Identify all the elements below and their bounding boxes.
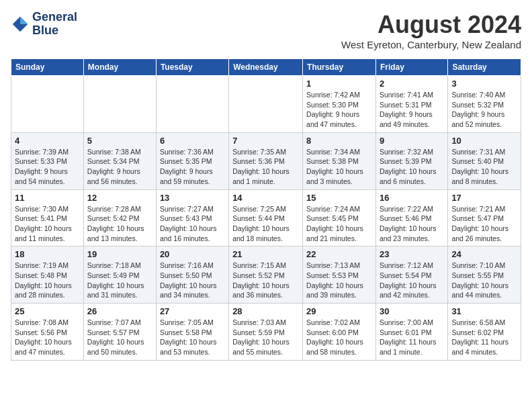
day-number: 10: [451, 136, 517, 146]
calendar-cell: 24Sunrise: 7:10 AM Sunset: 5:55 PM Dayli…: [448, 246, 521, 304]
day-info: Sunrise: 7:28 AM Sunset: 5:42 PM Dayligh…: [87, 204, 152, 244]
day-info: Sunrise: 6:58 AM Sunset: 6:02 PM Dayligh…: [451, 318, 517, 357]
day-info: Sunrise: 7:15 AM Sunset: 5:52 PM Dayligh…: [232, 261, 299, 300]
calendar-cell: 29Sunrise: 7:02 AM Sunset: 6:00 PM Dayli…: [303, 304, 376, 361]
day-number: 16: [380, 193, 444, 203]
day-info: Sunrise: 7:12 AM Sunset: 5:54 PM Dayligh…: [380, 261, 444, 300]
day-of-week-header: Sunday: [11, 59, 84, 76]
calendar-cell: 31Sunrise: 6:58 AM Sunset: 6:02 PM Dayli…: [448, 304, 521, 361]
calendar-cell: 4Sunrise: 7:39 AM Sunset: 5:33 PM Daylig…: [11, 132, 84, 189]
calendar-cell: 15Sunrise: 7:24 AM Sunset: 5:45 PM Dayli…: [303, 189, 376, 246]
day-number: 12: [87, 193, 152, 203]
day-info: Sunrise: 7:30 AM Sunset: 5:41 PM Dayligh…: [15, 204, 80, 244]
day-info: Sunrise: 7:35 AM Sunset: 5:36 PM Dayligh…: [232, 147, 299, 187]
day-info: Sunrise: 7:24 AM Sunset: 5:45 PM Dayligh…: [306, 204, 372, 244]
day-number: 30: [380, 306, 444, 316]
day-info: Sunrise: 7:02 AM Sunset: 6:00 PM Dayligh…: [306, 318, 372, 357]
calendar-cell: 8Sunrise: 7:34 AM Sunset: 5:38 PM Daylig…: [303, 132, 376, 189]
day-number: 19: [87, 249, 152, 259]
calendar-cell: 1Sunrise: 7:42 AM Sunset: 5:30 PM Daylig…: [303, 76, 376, 133]
calendar-cell: [156, 76, 228, 133]
day-info: Sunrise: 7:10 AM Sunset: 5:55 PM Dayligh…: [451, 261, 517, 300]
day-info: Sunrise: 7:40 AM Sunset: 5:32 PM Dayligh…: [451, 90, 517, 130]
calendar-cell: 9Sunrise: 7:32 AM Sunset: 5:39 PM Daylig…: [375, 132, 447, 189]
calendar-header-row: SundayMondayTuesdayWednesdayThursdayFrid…: [11, 59, 521, 76]
svg-marker-1: [20, 17, 28, 24]
day-number: 21: [232, 249, 299, 259]
calendar-week-row: 25Sunrise: 7:08 AM Sunset: 5:56 PM Dayli…: [11, 304, 521, 361]
calendar-cell: 30Sunrise: 7:00 AM Sunset: 6:01 PM Dayli…: [375, 304, 447, 361]
calendar-cell: 11Sunrise: 7:30 AM Sunset: 5:41 PM Dayli…: [11, 189, 84, 246]
day-number: 13: [160, 193, 225, 203]
day-of-week-header: Wednesday: [229, 59, 303, 76]
day-info: Sunrise: 7:36 AM Sunset: 5:35 PM Dayligh…: [160, 147, 225, 187]
page-header: General Blue August 2024 West Eyreton, C…: [11, 11, 521, 50]
day-number: 25: [15, 306, 80, 316]
calendar-cell: 26Sunrise: 7:07 AM Sunset: 5:57 PM Dayli…: [83, 304, 156, 361]
day-number: 24: [451, 249, 517, 259]
calendar-cell: 13Sunrise: 7:27 AM Sunset: 5:43 PM Dayli…: [156, 189, 228, 246]
day-info: Sunrise: 7:18 AM Sunset: 5:49 PM Dayligh…: [87, 261, 152, 300]
day-of-week-header: Saturday: [448, 59, 521, 76]
day-info: Sunrise: 7:07 AM Sunset: 5:57 PM Dayligh…: [87, 318, 152, 357]
day-info: Sunrise: 7:25 AM Sunset: 5:44 PM Dayligh…: [232, 204, 299, 244]
calendar-cell: 14Sunrise: 7:25 AM Sunset: 5:44 PM Dayli…: [229, 189, 303, 246]
calendar-cell: 2Sunrise: 7:41 AM Sunset: 5:31 PM Daylig…: [375, 76, 447, 133]
calendar-cell: 18Sunrise: 7:19 AM Sunset: 5:48 PM Dayli…: [11, 246, 84, 304]
calendar-cell: 25Sunrise: 7:08 AM Sunset: 5:56 PM Dayli…: [11, 304, 84, 361]
day-number: 27: [160, 306, 225, 316]
logo-text: General Blue: [32, 11, 77, 38]
calendar-cell: 27Sunrise: 7:05 AM Sunset: 5:58 PM Dayli…: [156, 304, 228, 361]
day-number: 7: [232, 136, 299, 146]
day-info: Sunrise: 7:38 AM Sunset: 5:34 PM Dayligh…: [87, 147, 152, 187]
day-number: 11: [15, 193, 80, 203]
calendar-cell: 6Sunrise: 7:36 AM Sunset: 5:35 PM Daylig…: [156, 132, 228, 189]
calendar-cell: 12Sunrise: 7:28 AM Sunset: 5:42 PM Dayli…: [83, 189, 156, 246]
day-number: 6: [160, 136, 225, 146]
calendar-cell: [83, 76, 156, 133]
calendar-cell: [11, 76, 84, 133]
day-info: Sunrise: 7:21 AM Sunset: 5:47 PM Dayligh…: [451, 204, 517, 244]
day-info: Sunrise: 7:42 AM Sunset: 5:30 PM Dayligh…: [306, 90, 372, 130]
day-info: Sunrise: 7:03 AM Sunset: 5:59 PM Dayligh…: [232, 318, 299, 357]
day-info: Sunrise: 7:31 AM Sunset: 5:40 PM Dayligh…: [451, 147, 517, 187]
calendar-cell: 23Sunrise: 7:12 AM Sunset: 5:54 PM Dayli…: [375, 246, 447, 304]
day-of-week-header: Friday: [375, 59, 447, 76]
day-number: 31: [451, 306, 517, 316]
calendar-cell: 10Sunrise: 7:31 AM Sunset: 5:40 PM Dayli…: [448, 132, 521, 189]
location: West Eyreton, Canterbury, New Zealand: [341, 39, 521, 50]
day-number: 1: [306, 79, 372, 89]
calendar-week-row: 1Sunrise: 7:42 AM Sunset: 5:30 PM Daylig…: [11, 76, 521, 133]
day-number: 18: [15, 249, 80, 259]
day-number: 22: [306, 249, 372, 259]
day-number: 3: [451, 79, 517, 89]
day-info: Sunrise: 7:00 AM Sunset: 6:01 PM Dayligh…: [380, 318, 444, 357]
calendar-cell: 7Sunrise: 7:35 AM Sunset: 5:36 PM Daylig…: [229, 132, 303, 189]
day-info: Sunrise: 7:39 AM Sunset: 5:33 PM Dayligh…: [15, 147, 80, 187]
day-number: 2: [380, 79, 444, 89]
calendar-cell: 16Sunrise: 7:22 AM Sunset: 5:46 PM Dayli…: [375, 189, 447, 246]
calendar-week-row: 11Sunrise: 7:30 AM Sunset: 5:41 PM Dayli…: [11, 189, 521, 246]
day-number: 4: [15, 136, 80, 146]
day-info: Sunrise: 7:34 AM Sunset: 5:38 PM Dayligh…: [306, 147, 372, 187]
calendar-cell: 28Sunrise: 7:03 AM Sunset: 5:59 PM Dayli…: [229, 304, 303, 361]
day-of-week-header: Tuesday: [156, 59, 228, 76]
day-number: 9: [380, 136, 444, 146]
calendar-table: SundayMondayTuesdayWednesdayThursdayFrid…: [11, 58, 521, 361]
day-number: 29: [306, 306, 372, 316]
calendar-cell: 19Sunrise: 7:18 AM Sunset: 5:49 PM Dayli…: [83, 246, 156, 304]
day-number: 17: [451, 193, 517, 203]
day-number: 5: [87, 136, 152, 146]
day-info: Sunrise: 7:22 AM Sunset: 5:46 PM Dayligh…: [380, 204, 444, 244]
calendar-cell: [229, 76, 303, 133]
day-info: Sunrise: 7:27 AM Sunset: 5:43 PM Dayligh…: [160, 204, 225, 244]
day-number: 8: [306, 136, 372, 146]
calendar-cell: 21Sunrise: 7:15 AM Sunset: 5:52 PM Dayli…: [229, 246, 303, 304]
calendar-cell: 20Sunrise: 7:16 AM Sunset: 5:50 PM Dayli…: [156, 246, 228, 304]
calendar-cell: 17Sunrise: 7:21 AM Sunset: 5:47 PM Dayli…: [448, 189, 521, 246]
day-number: 20: [160, 249, 225, 259]
day-info: Sunrise: 7:32 AM Sunset: 5:39 PM Dayligh…: [380, 147, 444, 187]
logo-icon: [11, 15, 30, 34]
calendar-week-row: 4Sunrise: 7:39 AM Sunset: 5:33 PM Daylig…: [11, 132, 521, 189]
calendar-cell: 5Sunrise: 7:38 AM Sunset: 5:34 PM Daylig…: [83, 132, 156, 189]
